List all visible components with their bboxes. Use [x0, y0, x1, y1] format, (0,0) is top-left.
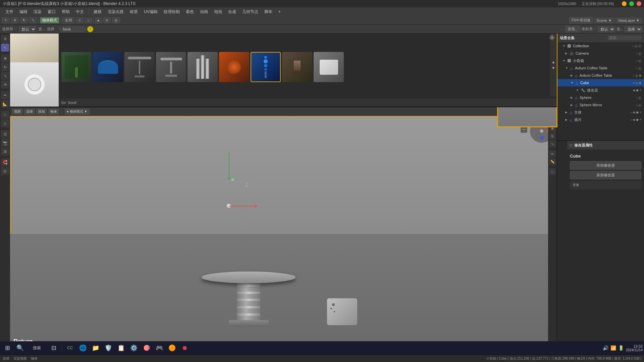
collection-render-icon[interactable]: ◎: [635, 44, 638, 48]
menu-render-output[interactable]: 渲染出路: [105, 8, 126, 15]
options-btn[interactable]: 选项...: [565, 26, 580, 32]
taskbar-cc-app[interactable]: CC: [64, 342, 76, 354]
menu-shading[interactable]: 着色: [183, 8, 197, 15]
menu-bubbles[interactable]: 泡泡: [211, 8, 225, 15]
avlium-render-icon[interactable]: ◎: [638, 66, 641, 70]
avlium2-render-icon[interactable]: ◎: [635, 74, 638, 77]
tool-scale[interactable]: ⤡: [1, 72, 9, 80]
avlium2-view-icon[interactable]: ○: [633, 74, 635, 77]
asset-thumb-5[interactable]: [187, 52, 218, 82]
outliner-item-modifier[interactable]: ▼ 🔧 修改器 ◈ ◉ +: [557, 86, 644, 94]
toolbar-scale[interactable]: ⤡: [29, 17, 37, 23]
menu-plus[interactable]: +: [276, 9, 283, 15]
sphere-mirror-view-icon[interactable]: ○: [636, 103, 638, 107]
add-modifier-button-1[interactable]: 添加修改器: [570, 161, 641, 170]
maximize-button[interactable]: [629, 1, 634, 6]
taskbar-search-text[interactable]: 搜索: [27, 342, 47, 354]
menu-window[interactable]: 窗口: [45, 8, 58, 15]
taskbar-blender[interactable]: 🟠: [166, 342, 178, 354]
toolbar-viewlayer[interactable]: ViewLayer ▼: [615, 18, 642, 23]
sphere-mirror-render-icon[interactable]: ◎: [638, 103, 641, 107]
sphere-render-icon[interactable]: ◎: [638, 96, 641, 100]
taskbar-app3[interactable]: 🎮: [153, 342, 165, 354]
search-input[interactable]: [59, 26, 86, 32]
avlium-view-icon[interactable]: ○: [636, 66, 638, 70]
vp-tool-add[interactable]: □: [549, 168, 556, 175]
tool-view-all[interactable]: ⊡: [1, 130, 9, 138]
cube-render-icon[interactable]: ◎: [635, 81, 638, 85]
tool-origin[interactable]: ◎: [1, 167, 9, 175]
toolbar-proportional[interactable]: ○: [85, 18, 92, 23]
taskbar-browser[interactable]: 🌐: [77, 342, 89, 354]
menu-edit[interactable]: 编辑: [17, 8, 30, 15]
collection-view-icon[interactable]: ○: [632, 44, 634, 48]
vp-tool-measure[interactable]: 📏: [549, 158, 556, 165]
outliner-item-avlium[interactable]: ▼ △ Avlium Coffee Table ○ ◎: [557, 64, 644, 72]
asset-scroll-down-button[interactable]: ▼: [551, 66, 555, 70]
menu-material[interactable]: 材质: [127, 8, 141, 15]
menu-help[interactable]: 帮助: [59, 8, 72, 15]
room-render-icon[interactable]: ◎: [638, 59, 641, 63]
outliner-item-sphere-mirror[interactable]: ▶ △ Sphere Mirror ○ ◎: [557, 101, 644, 109]
toolbar-rotate[interactable]: ↻: [20, 17, 28, 23]
taskbar-audio-icon[interactable]: 🔊: [603, 345, 608, 351]
menu-render[interactable]: 渲染: [31, 8, 44, 15]
asset-thumb-7[interactable]: [251, 52, 281, 82]
camera-render-icon[interactable]: ◎: [638, 52, 641, 55]
outliner-item-sheet[interactable]: ▶ △ 插片 ○ ◈ ◉ +: [557, 116, 644, 123]
taskbar-network-icon[interactable]: 📶: [610, 345, 616, 351]
toolbar-scene[interactable]: Scene ▼: [594, 18, 614, 23]
menu-modeling[interactable]: 建模: [91, 8, 104, 15]
tool-add-cube[interactable]: □: [1, 111, 9, 119]
vp-view-btn[interactable]: 视图: [12, 109, 23, 115]
asset-thumb-3[interactable]: [124, 52, 155, 82]
asset-thumb-8[interactable]: [282, 52, 312, 82]
menu-scripting[interactable]: 脚本: [262, 8, 275, 15]
sphere-view-icon[interactable]: ○: [636, 96, 638, 100]
tool-move[interactable]: ⊕: [1, 54, 9, 62]
body-view-icon[interactable]: ○: [630, 111, 632, 114]
menu-animation[interactable]: 动画: [197, 8, 211, 15]
camera-view-icon[interactable]: ○: [636, 52, 638, 55]
toolbar-move[interactable]: ✛: [11, 17, 19, 23]
asset-thumb-2[interactable]: [93, 52, 123, 82]
taskbar-explorer[interactable]: 📁: [90, 342, 102, 354]
tool-select[interactable]: ↖: [1, 44, 9, 52]
tool-rotate[interactable]: ↻: [1, 63, 9, 71]
outliner-item-cube[interactable]: ▼ △ Cube ○ ◎ ◈: [557, 79, 644, 86]
sheet-view-icon[interactable]: ○: [630, 118, 632, 122]
cube-view-icon[interactable]: ○: [633, 81, 635, 85]
taskbar-search-button[interactable]: 🔍: [14, 342, 26, 354]
outliner-item-avlium2[interactable]: ▶ △ Avlium Coffee Table ○ ◎ ◈: [557, 72, 644, 79]
toolbar-view-shading[interactable]: ●: [95, 18, 102, 23]
vp-object-btn[interactable]: 物体: [48, 109, 59, 115]
close-button[interactable]: [637, 1, 641, 6]
vp-tool-scale[interactable]: ⤡: [549, 140, 556, 147]
select2-dropdown[interactable]: 选择: [625, 26, 642, 32]
toolbar-overlay[interactable]: ⊙: [103, 17, 111, 23]
add-modifier-button-2[interactable]: 添加修改器: [570, 171, 641, 179]
asset-scroll-up-button[interactable]: ▲: [551, 60, 555, 64]
vp-mode-btn[interactable]: ● 物体模式 ▼: [65, 109, 90, 115]
select-mode-dropdown[interactable]: 默认 选择: [19, 26, 36, 32]
menu-texture[interactable]: 纹理绘制: [161, 8, 182, 15]
outliner-item-room-collection[interactable]: ▼ 小音箱 ○ ◎: [557, 57, 644, 64]
toolbar-global[interactable]: 全局: [62, 17, 74, 23]
asset-thumb-1[interactable]: [61, 52, 92, 82]
tool-view-camera[interactable]: 📷: [1, 139, 9, 147]
outliner-search-input[interactable]: [608, 36, 641, 40]
menu-compositing[interactable]: 合成: [225, 8, 239, 15]
tool-snap[interactable]: 🧲: [1, 158, 9, 166]
outliner-item-collection[interactable]: ▼ Collection ○ ◎ ∅: [557, 42, 644, 50]
outliner-item-camera[interactable]: ▶ 🎥 Camera ○ ◎: [557, 50, 644, 57]
taskbar-security[interactable]: 🛡️: [102, 342, 114, 354]
toolbar-f5[interactable]: F5中英切换: [569, 17, 593, 23]
toolbar-snap[interactable]: ⊹: [76, 17, 84, 23]
menu-file[interactable]: 文件: [3, 8, 16, 15]
menu-uv[interactable]: UV编辑: [141, 8, 160, 15]
asset-thumb-4[interactable]: [156, 52, 186, 82]
tool-transform[interactable]: ⟲: [1, 80, 9, 88]
coord-dropdown[interactable]: 默认: [598, 26, 615, 32]
taskbar-game[interactable]: 🎯: [141, 342, 153, 354]
taskbar-taskview[interactable]: ⊟: [48, 342, 60, 354]
